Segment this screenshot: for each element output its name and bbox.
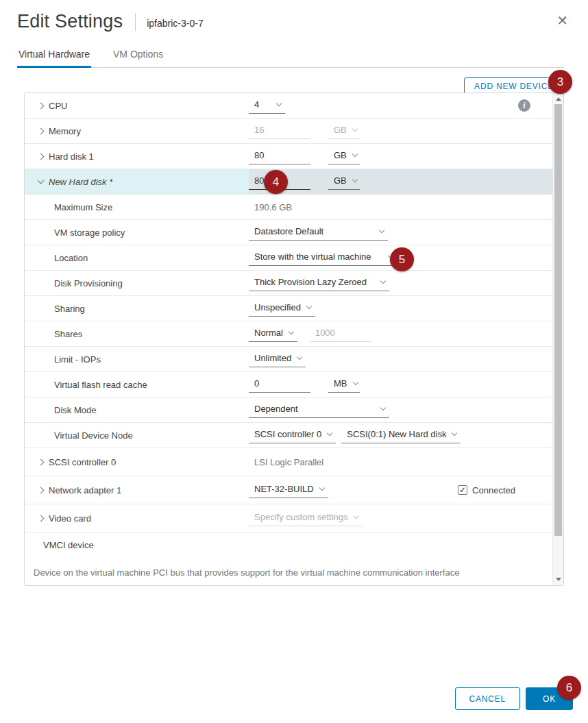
- table-row-scsi-controller-0: SCSI controller 0 LSI Logic Parallel: [25, 448, 552, 476]
- disk-provisioning-select[interactable]: Thick Provision Lazy Zeroed: [249, 275, 389, 291]
- vmci-device-description: Device on the virtual machine PCI bus th…: [25, 558, 552, 586]
- connected-label: Connected: [472, 485, 515, 495]
- row-label: VMCI device: [43, 540, 94, 550]
- chevron-down-icon: [276, 100, 282, 106]
- chevron-right-icon[interactable]: [38, 458, 45, 465]
- row-label: SCSI controller 0: [49, 457, 116, 467]
- chevron-down-icon[interactable]: [38, 177, 45, 184]
- scsi-controller-type: LSI Logic Parallel: [249, 457, 323, 467]
- table-row-location: Location Store with the virtual machine: [25, 245, 552, 271]
- maximum-size-value: 190.6 GB: [249, 202, 292, 212]
- dialog-title: Edit Settings: [17, 11, 123, 32]
- hard-disk-1-size-input[interactable]: [249, 148, 310, 164]
- hard-disk-1-unit-select[interactable]: GB: [328, 148, 360, 164]
- tab-vm-options[interactable]: VM Options: [112, 45, 164, 67]
- dialog-footer: CANCEL OK: [455, 687, 573, 710]
- chevron-down-icon: [319, 485, 324, 490]
- chevron-down-icon: [379, 227, 384, 232]
- vm-storage-policy-select[interactable]: Datastore Default: [249, 224, 388, 241]
- scrollbar-thumb[interactable]: [554, 104, 562, 536]
- header-divider: [135, 13, 136, 31]
- dialog-header: Edit Settings ipfabric-3-0-7 ✕: [0, 0, 588, 32]
- chevron-right-icon[interactable]: [38, 127, 45, 134]
- table-row-network-adapter-1: Network adapter 1 NET-32-BUILD ✓ Connect…: [25, 476, 552, 504]
- table-row-disk-provisioning: Disk Provisioning Thick Provision Lazy Z…: [25, 271, 552, 296]
- vm-name: ipfabric-3-0-7: [147, 18, 203, 29]
- device-node-select[interactable]: SCSI(0:1) New Hard disk: [341, 427, 461, 443]
- row-label: Maximum Size: [54, 202, 112, 212]
- memory-unit-select[interactable]: GB: [328, 123, 360, 139]
- row-label: VM storage policy: [54, 228, 125, 238]
- table-row-disk-mode: Disk Mode Dependent: [25, 397, 552, 423]
- table-row-hard-disk-1: Hard disk 1 GB: [25, 144, 552, 169]
- row-label: Disk Mode: [54, 405, 96, 415]
- scsi-controller-select[interactable]: SCSI controller 0: [249, 427, 336, 443]
- annotation-badge-5: 5: [390, 247, 414, 271]
- chevron-right-icon[interactable]: [38, 487, 45, 493]
- table-row-memory: Memory GB: [25, 119, 552, 144]
- flash-cache-unit-select[interactable]: MB: [328, 376, 360, 393]
- table-row-vm-storage-policy: VM storage policy Datastore Default: [25, 220, 552, 245]
- location-select[interactable]: Store with the virtual machine: [249, 249, 397, 266]
- disk-mode-select[interactable]: Dependent: [249, 402, 389, 418]
- chevron-right-icon[interactable]: [38, 515, 45, 522]
- vertical-scrollbar[interactable]: [552, 93, 563, 585]
- table-row-cpu: CPU 4 i: [25, 93, 552, 119]
- chevron-right-icon[interactable]: [38, 102, 45, 109]
- new-hard-disk-unit-select[interactable]: GB: [328, 173, 360, 190]
- shares-value-input[interactable]: [310, 326, 371, 342]
- table-row-shares: Shares Normal: [25, 321, 552, 347]
- close-icon[interactable]: ✕: [554, 11, 571, 30]
- row-label: Limit - IOPs: [54, 354, 101, 365]
- virtual-hardware-table: CPU 4 i Memory GB: [24, 93, 564, 586]
- chevron-down-icon: [306, 303, 312, 308]
- chevron-down-icon: [352, 151, 358, 156]
- network-select[interactable]: NET-32-BUILD: [249, 482, 328, 498]
- row-label: Hard disk 1: [49, 151, 94, 162]
- memory-size-input[interactable]: [249, 123, 310, 139]
- info-icon[interactable]: i: [518, 99, 530, 112]
- chevron-down-icon: [289, 328, 294, 334]
- table-row-virtual-flash-read-cache: Virtual flash read cache MB: [25, 372, 552, 397]
- shares-level-select[interactable]: Normal: [249, 326, 297, 342]
- scroll-down-icon[interactable]: [556, 578, 561, 581]
- flash-cache-size-input[interactable]: [249, 376, 310, 393]
- annotation-badge-6: 6: [557, 676, 581, 700]
- scroll-up-icon[interactable]: [556, 97, 561, 101]
- chevron-down-icon: [352, 176, 358, 182]
- table-row-limit-iops: Limit - IOPs Unlimited: [25, 347, 552, 372]
- chevron-down-icon: [327, 430, 332, 435]
- row-label: Sharing: [54, 304, 85, 314]
- table-row-sharing: Sharing Unspecified: [25, 296, 552, 321]
- connected-checkbox[interactable]: ✓: [458, 485, 467, 495]
- chevron-down-icon: [380, 278, 386, 283]
- row-label: Shares: [54, 329, 82, 339]
- toolbar: ADD NEW DEVICE: [0, 68, 588, 95]
- cancel-button[interactable]: CANCEL: [455, 687, 520, 710]
- table-row-vmci-device: VMCI device: [25, 532, 552, 558]
- row-label: Memory: [49, 126, 81, 136]
- chevron-down-icon: [380, 404, 386, 410]
- chevron-right-icon[interactable]: [38, 153, 45, 160]
- table-row-virtual-device-node: Virtual Device Node SCSI controller 0 SC…: [25, 423, 552, 448]
- tab-bar: Virtual Hardware VM Options: [17, 45, 564, 68]
- sharing-select[interactable]: Unspecified: [249, 300, 315, 317]
- row-label: New Hard disk *: [49, 177, 112, 187]
- annotation-badge-4: 4: [264, 170, 288, 194]
- table-row-video-card: Video card Specify custom settings: [25, 504, 552, 532]
- limit-iops-select[interactable]: Unlimited: [249, 351, 306, 367]
- cpu-count-select[interactable]: 4: [249, 97, 285, 114]
- table-row-maximum-size: Maximum Size 190.6 GB: [25, 195, 552, 220]
- row-label: Disk Provisioning: [54, 278, 123, 289]
- row-label: Network adapter 1: [49, 485, 121, 495]
- row-label: Virtual flash read cache: [54, 380, 147, 390]
- row-label: Video card: [49, 513, 91, 524]
- chevron-down-icon: [353, 513, 358, 518]
- chevron-down-icon: [297, 354, 302, 359]
- row-label: Location: [54, 253, 88, 263]
- tab-virtual-hardware[interactable]: Virtual Hardware: [17, 45, 91, 68]
- video-card-select[interactable]: Specify custom settings: [249, 510, 363, 526]
- chevron-down-icon: [452, 430, 457, 435]
- chevron-down-icon: [352, 125, 358, 131]
- table-row-new-hard-disk: New Hard disk * GB: [25, 169, 552, 195]
